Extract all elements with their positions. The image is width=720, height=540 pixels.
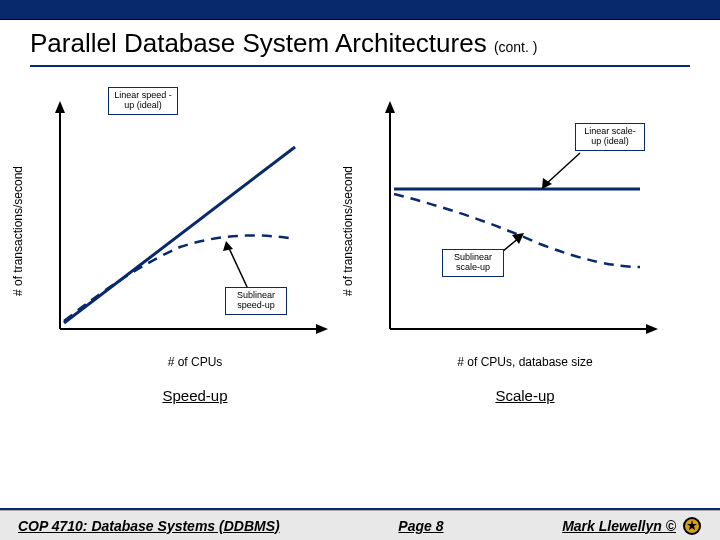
svg-marker-3: [316, 324, 328, 334]
scaleup-ideal-label: Linear scale- up (ideal): [575, 123, 645, 151]
footer-page: Page 8: [398, 518, 443, 534]
speedup-y-label: # of transactions/second: [11, 166, 25, 296]
top-accent-bar: [0, 0, 720, 20]
svg-marker-10: [646, 324, 658, 334]
ucf-logo-icon: [682, 516, 702, 536]
title-cont: (cont. ): [494, 39, 538, 55]
scaleup-caption: Scale-up: [370, 387, 680, 404]
svg-marker-1: [55, 101, 65, 113]
scaleup-chart: # of transactions/second Linear scale- u…: [370, 99, 660, 349]
footer-course: COP 4710: Database Systems (DDBMS): [18, 518, 280, 534]
charts-row: # of transactions/second Linear speed -u…: [0, 71, 720, 404]
speedup-x-label: # of CPUs: [40, 355, 350, 369]
svg-marker-6: [223, 241, 233, 251]
page-title: Parallel Database System Architectures (…: [30, 28, 690, 59]
svg-marker-8: [385, 101, 395, 113]
speedup-ideal-label: Linear speed -up (ideal): [108, 87, 178, 115]
svg-line-5: [228, 246, 248, 289]
scaleup-chart-wrap: # of transactions/second Linear scale- u…: [370, 99, 680, 404]
footer-author-text: Mark Llewellyn ©: [562, 518, 676, 534]
footer-author: Mark Llewellyn ©: [562, 516, 702, 536]
speedup-caption: Speed-up: [40, 387, 350, 404]
footer: COP 4710: Database Systems (DDBMS) Page …: [0, 508, 720, 540]
speedup-sublinear-label: Sublinear speed-up: [225, 287, 287, 315]
footer-bar: COP 4710: Database Systems (DDBMS) Page …: [0, 510, 720, 540]
title-bar: Parallel Database System Architectures (…: [0, 20, 720, 71]
speedup-chart: # of transactions/second Linear speed -u…: [40, 99, 330, 349]
title-underline: [30, 65, 690, 67]
title-main: Parallel Database System Architectures: [30, 28, 494, 58]
speedup-chart-wrap: # of transactions/second Linear speed -u…: [40, 99, 350, 404]
scaleup-x-label: # of CPUs, database size: [370, 355, 680, 369]
scaleup-y-label: # of transactions/second: [341, 166, 355, 296]
svg-line-12: [545, 153, 580, 185]
scaleup-sublinear-label: Sublinear scale-up: [442, 249, 504, 277]
